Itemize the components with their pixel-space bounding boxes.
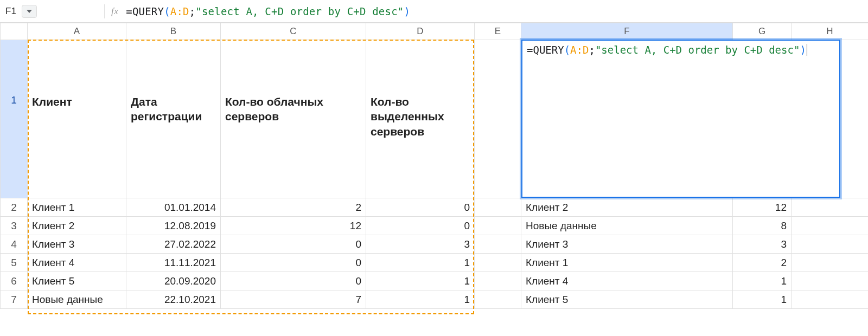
col-header-E[interactable]: E	[475, 23, 521, 40]
row-header[interactable]: 5	[1, 254, 28, 272]
row-header[interactable]: 2	[1, 198, 28, 217]
formula-str: "select A, C+D order by C+D desc"	[195, 5, 404, 17]
cell-C[interactable]: 12	[221, 217, 366, 235]
cell-H[interactable]	[792, 272, 869, 290]
cell-G[interactable]: 8	[733, 217, 792, 235]
name-box-group: F1	[3, 5, 98, 18]
cell-B[interactable]: 27.02.2022	[126, 235, 221, 254]
data-row-3: 3 Клиент 2 12.08.2019 12 0 Новые данные …	[1, 217, 869, 235]
row-header[interactable]: 4	[1, 235, 28, 254]
editor-ref: A:D	[570, 44, 589, 193]
cell-A1[interactable]: Клиент	[28, 40, 126, 198]
cell-H[interactable]	[792, 217, 869, 235]
data-row-2: 2 Клиент 1 01.01.2014 2 0 Клиент 2 12	[1, 198, 869, 217]
cell-B1[interactable]: Дата регистрации	[126, 40, 221, 198]
cell-F[interactable]: Клиент 2	[521, 198, 733, 217]
cell-D[interactable]: 1	[366, 272, 475, 290]
cell-B[interactable]: 12.08.2019	[126, 217, 221, 235]
cell-C[interactable]: 0	[221, 272, 366, 290]
select-all-corner[interactable]	[1, 23, 28, 40]
cell-A[interactable]: Клиент 2	[28, 217, 126, 235]
cell-E[interactable]	[475, 235, 521, 254]
col-header-A[interactable]: A	[28, 23, 126, 40]
cell-D[interactable]: 0	[366, 217, 475, 235]
cell-E[interactable]	[475, 254, 521, 272]
data-row-4: 4 Клиент 3 27.02.2022 0 3 Клиент 3 3	[1, 235, 869, 254]
cell-A[interactable]: Клиент 5	[28, 272, 126, 290]
row-header[interactable]: 6	[1, 272, 28, 290]
row-header[interactable]: 1	[1, 40, 28, 198]
cell-E[interactable]	[475, 217, 521, 235]
col-header-C[interactable]: C	[221, 23, 366, 40]
cell-F[interactable]: Клиент 5	[521, 290, 733, 309]
col-header-F[interactable]: F	[521, 23, 733, 40]
formula-open: (	[164, 5, 170, 17]
cell-editor[interactable]: = QUERY ( A:D ; "select A, C+D order by …	[521, 40, 840, 198]
cell-C[interactable]: 0	[221, 235, 366, 254]
cell-A[interactable]: Клиент 3	[28, 235, 126, 254]
cell-A[interactable]: Клиент 1	[28, 198, 126, 217]
name-box-dropdown[interactable]	[22, 5, 37, 18]
cell-D1[interactable]: Кол-во выделенных серверов	[366, 40, 475, 198]
cell-C[interactable]: 0	[221, 254, 366, 272]
formula-fn: QUERY	[132, 5, 164, 17]
cell-B[interactable]: 11.11.2021	[126, 254, 221, 272]
cell-A[interactable]: Новые данные	[28, 290, 126, 309]
col-header-B[interactable]: B	[126, 23, 221, 40]
column-headers-row: A B C D E F G H	[1, 23, 869, 40]
spreadsheet-grid[interactable]: A B C D E F G H 1 Клиент Дата регистраци…	[0, 23, 868, 309]
formula-input[interactable]: = QUERY ( A:D ; "select A, C+D order by …	[126, 5, 410, 17]
cell-E[interactable]	[475, 198, 521, 217]
cell-H[interactable]	[792, 198, 869, 217]
editor-str: "select A, C+D order by C+D desc"	[595, 44, 800, 193]
cell-E[interactable]	[475, 290, 521, 309]
cell-E[interactable]	[475, 272, 521, 290]
cell-B[interactable]: 20.09.2020	[126, 272, 221, 290]
cell-G[interactable]: 3	[733, 235, 792, 254]
editor-fn: QUERY	[533, 44, 564, 193]
formula-sep: ;	[189, 5, 196, 17]
cell-G[interactable]: 12	[733, 198, 792, 217]
chevron-down-icon	[27, 10, 32, 13]
col-header-G[interactable]: G	[733, 23, 792, 40]
cell-C[interactable]: 2	[221, 198, 366, 217]
col-header-D[interactable]: D	[366, 23, 475, 40]
cell-G[interactable]: 1	[733, 290, 792, 309]
cell-B[interactable]: 22.10.2021	[126, 290, 221, 309]
data-row-5: 5 Клиент 4 11.11.2021 0 1 Клиент 1 2	[1, 254, 869, 272]
cell-D[interactable]: 3	[366, 235, 475, 254]
formula-bar: F1 fx = QUERY ( A:D ; "select A, C+D ord…	[0, 0, 868, 23]
editor-open: (	[564, 44, 570, 193]
cell-F[interactable]: Клиент 3	[521, 235, 733, 254]
cell-C[interactable]: 7	[221, 290, 366, 309]
cell-D[interactable]: 1	[366, 290, 475, 309]
formula-close: )	[404, 5, 410, 17]
cell-F[interactable]: Клиент 4	[521, 272, 733, 290]
fx-icon: fx	[111, 6, 118, 17]
editor-eq: =	[527, 44, 533, 193]
cell-G[interactable]: 2	[733, 254, 792, 272]
data-row-7: 7 Новые данные 22.10.2021 7 1 Клиент 5 1	[1, 290, 869, 309]
cell-H[interactable]	[792, 254, 869, 272]
name-box[interactable]: F1	[3, 5, 18, 18]
cell-H[interactable]	[792, 235, 869, 254]
cell-D[interactable]: 1	[366, 254, 475, 272]
separator	[104, 4, 105, 18]
formula-eq: =	[126, 5, 132, 17]
cell-G[interactable]: 1	[733, 272, 792, 290]
row-header[interactable]: 3	[1, 217, 28, 235]
cell-B[interactable]: 01.01.2014	[126, 198, 221, 217]
cell-E1[interactable]	[475, 40, 521, 198]
cell-H[interactable]	[792, 290, 869, 309]
cell-D[interactable]: 0	[366, 198, 475, 217]
editor-close: )	[800, 44, 806, 193]
cell-A[interactable]: Клиент 4	[28, 254, 126, 272]
editor-sep: ;	[589, 44, 595, 193]
data-row-6: 6 Клиент 5 20.09.2020 0 1 Клиент 4 1	[1, 272, 869, 290]
cell-C1[interactable]: Кол-во облачных серверов	[221, 40, 366, 198]
formula-ref: A:D	[170, 5, 189, 17]
cell-F[interactable]: Клиент 1	[521, 254, 733, 272]
col-header-H[interactable]: H	[792, 23, 869, 40]
cell-F[interactable]: Новые данные	[521, 217, 733, 235]
row-header[interactable]: 7	[1, 290, 28, 309]
